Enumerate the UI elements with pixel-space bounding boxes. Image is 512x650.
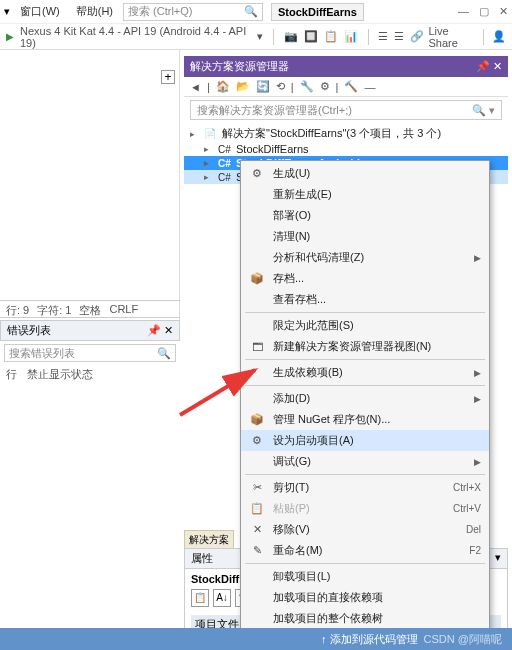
solution-root[interactable]: ▸📄 解决方案"StockDiffEarns"(3 个项目，共 3 个) [184,125,508,142]
context-menu-item[interactable]: 分析和代码清理(Z)▶ [241,247,489,268]
csharp-icon: C# [218,158,232,169]
shortcut: F2 [469,545,481,556]
menu-item-label: 调试(G) [273,454,466,469]
toolbar-icon[interactable]: 📊 [344,30,358,43]
refresh-icon[interactable]: 🔄 [256,80,270,93]
menu-item-icon: 📦 [249,413,265,426]
sync-icon[interactable]: ⟲ [276,80,285,93]
context-menu-item[interactable]: ✕移除(V)Del [241,519,489,540]
context-menu-item[interactable]: 📦管理 NuGet 程序包(N)... [241,409,489,430]
run-target[interactable]: Nexus 4 Kit Kat 4.4 - API 19 (Android 4.… [20,25,251,49]
menu-item-label: 存档... [273,271,481,286]
minimize-icon[interactable]: — [458,5,469,18]
context-menu-item[interactable]: ✎重命名(M)F2 [241,540,489,561]
solution-icon: 📄 [204,128,218,139]
separator [245,563,485,564]
context-menu-item[interactable]: ✂剪切(T)Ctrl+X [241,477,489,498]
source-control-link[interactable]: ↑ 添加到源代码管理 [321,632,418,647]
error-list-header[interactable]: 错误列表 📌 ✕ [0,320,180,341]
context-menu-item[interactable]: 🗔新建解决方案资源管理器视图(N) [241,336,489,357]
submenu-arrow-icon: ▶ [474,457,481,467]
toolbar-icon[interactable]: ☰ [378,30,388,43]
menu-item-label: 添加(D) [273,391,466,406]
watermark: CSDN @阿喵呢 [424,632,502,647]
solution-explorer-title: 解决方案资源管理器 📌 ✕ [184,56,508,77]
context-menu-item[interactable]: 部署(O) [241,205,489,226]
dropdown-icon[interactable]: ▾ [4,5,10,18]
context-menu-item[interactable]: 生成依赖项(B)▶ [241,362,489,383]
close-icon[interactable]: ✕ [493,60,502,72]
sort-icon[interactable]: A↓ [213,589,231,607]
settings-icon[interactable]: ⚙ [320,80,330,93]
home-icon[interactable]: 🏠 [216,80,230,93]
context-menu-item[interactable]: 重新生成(E) [241,184,489,205]
context-menu-item[interactable]: 调试(G)▶ [241,451,489,472]
context-menu-item[interactable]: ⚙生成(U) [241,163,489,184]
context-menu-item[interactable]: 卸载项目(L) [241,566,489,587]
separator [245,385,485,386]
tool-icon[interactable]: 🔨 [344,80,358,93]
menu-item-icon: ✎ [249,544,265,557]
menu-item-label: 加载项目的直接依赖项 [273,590,481,605]
context-menu-item[interactable]: 清理(N) [241,226,489,247]
project-node[interactable]: ▸C# StockDiffEarns [184,142,508,156]
context-menu-item[interactable]: 加载项目的直接依赖项 [241,587,489,608]
category-icon[interactable]: 📋 [191,589,209,607]
status-bar: ↑ 添加到源代码管理 CSDN @阿喵呢 [0,628,512,650]
error-search[interactable]: 搜索错误列表 🔍 [4,344,176,362]
dropdown-icon[interactable]: ▾ [257,30,263,43]
close-icon[interactable]: ✕ [164,324,173,336]
toolbar-icon[interactable]: ☰ [394,30,404,43]
back-icon[interactable]: ◄ [190,81,201,93]
menu-item-label: 查看存档... [273,292,481,307]
search-placeholder: 搜索 (Ctrl+Q) [128,4,192,19]
context-menu-item[interactable]: 限定为此范围(S) [241,315,489,336]
menu-item-label: 生成(U) [273,166,481,181]
add-file-button[interactable]: + [161,70,175,84]
context-menu-item[interactable]: 加载项目的整个依赖树 [241,608,489,629]
pin-icon[interactable]: 📌 [476,60,490,72]
shortcut: Ctrl+V [453,503,481,514]
menu-item-label: 设为启动项目(A) [273,433,481,448]
submenu-arrow-icon: ▶ [474,253,481,263]
editor-area: + [0,50,180,320]
showall-icon[interactable]: 📂 [236,80,250,93]
liveshare-icon[interactable]: 🔗 [410,30,424,43]
menu-window[interactable]: 窗口(W) [14,2,66,21]
menu-item-label: 移除(V) [273,522,458,537]
menu-item-icon: 📋 [249,502,265,515]
separator: | [336,81,339,93]
toolbar-icon[interactable]: 📷 [284,30,298,43]
menu-help[interactable]: 帮助(H) [70,2,119,21]
context-menu-item[interactable]: 查看存档... [241,289,489,310]
liveshare-label[interactable]: Live Share [428,25,475,49]
solution-search[interactable]: 搜索解决方案资源管理器(Ctrl+;) 🔍 ▾ [190,100,502,120]
submenu-arrow-icon: ▶ [474,394,481,404]
menu-item-label: 重命名(M) [273,543,461,558]
shortcut: Del [466,524,481,535]
run-icon[interactable]: ▶ [6,31,14,42]
csharp-icon: C# [218,144,232,155]
search-icon: 🔍 ▾ [472,104,495,117]
menu-item-label: 分析和代码清理(Z) [273,250,466,265]
separator [245,359,485,360]
context-menu-item: 📋粘贴(P)Ctrl+V [241,498,489,519]
menu-item-icon: 📦 [249,272,265,285]
account-icon[interactable]: 👤 [492,30,506,43]
global-search[interactable]: 搜索 (Ctrl+Q) 🔍 [123,3,263,21]
separator [483,29,484,45]
close-icon[interactable]: ✕ [499,5,508,18]
toolbar-icon[interactable]: 📋 [324,30,338,43]
menu-item-label: 加载项目的整个依赖树 [273,611,481,626]
tool-icon[interactable]: — [364,81,375,93]
menu-item-label: 部署(O) [273,208,481,223]
toolbar-icon[interactable]: 🔲 [304,30,318,43]
separator [245,474,485,475]
maximize-icon[interactable]: ▢ [479,5,489,18]
context-menu-item[interactable]: 📦存档... [241,268,489,289]
context-menu-item[interactable]: ⚙设为启动项目(A) [241,430,489,451]
pin-icon[interactable]: 📌 [147,324,161,336]
properties-icon[interactable]: 🔧 [300,80,314,93]
menu-item-label: 卸载项目(L) [273,569,481,584]
context-menu-item[interactable]: 添加(D)▶ [241,388,489,409]
